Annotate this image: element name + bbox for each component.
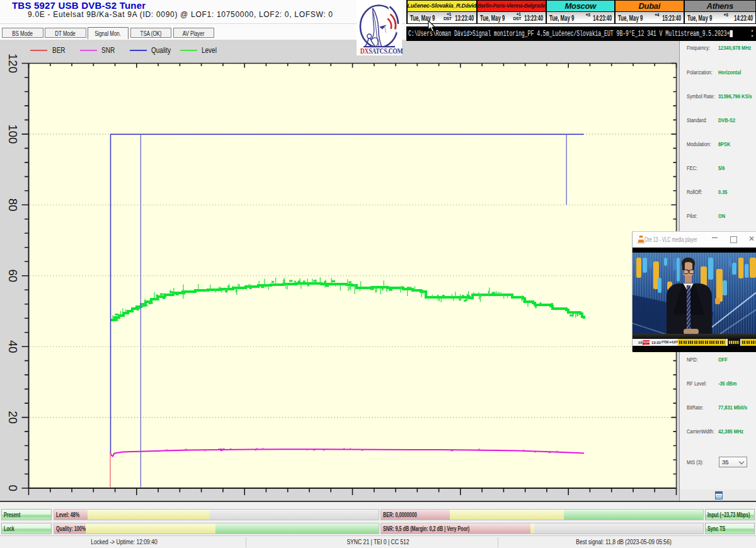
svg-text:100: 100 <box>6 124 20 144</box>
svg-text:120: 120 <box>6 54 20 73</box>
svg-text:80: 80 <box>6 198 20 212</box>
svg-text:40: 40 <box>6 340 20 353</box>
svg-text:60: 60 <box>6 270 20 283</box>
svg-text:0: 0 <box>6 485 20 491</box>
svg-text:20: 20 <box>6 411 20 424</box>
